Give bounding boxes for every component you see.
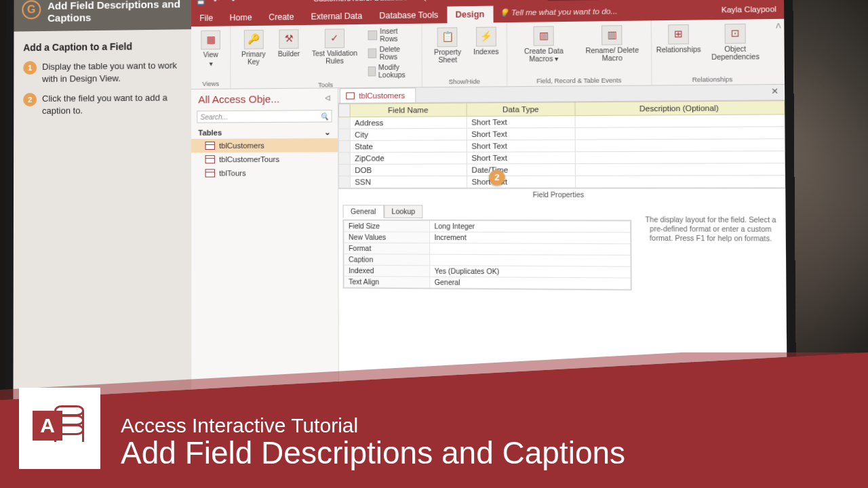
table-icon (205, 155, 215, 163)
ribbon-group-showhide: 📋 Property Sheet ⚡ Indexes Show/Hide (422, 22, 507, 87)
test-validation-button[interactable]: ✓ Test Validation Rules (307, 27, 362, 66)
ribbon: ▦ View ▾ Views 🔑 Primary Key (191, 19, 785, 89)
tutorial-title: Add Field Descriptions and Captions (47, 0, 183, 24)
table-row[interactable]: DOBDate/Time (339, 163, 785, 176)
tutorial-step: 2 Click the field you want to add a capt… (23, 92, 182, 117)
quick-access-toolbar: 💾 ↶ ↷ (195, 0, 237, 6)
props-tab-general[interactable]: General (342, 205, 383, 218)
step-text: Display the table you want to work with … (42, 60, 182, 85)
nav-search-input[interactable]: Search... 🔍 (197, 110, 332, 123)
table-icon (205, 142, 215, 150)
table-icon (205, 169, 215, 177)
step-number-icon: 2 (23, 93, 37, 106)
workspace: All Access Obje... ᐊ Search... 🔍 Tables … (191, 85, 787, 413)
tutorial-step: 1 Display the table you want to work wit… (23, 60, 182, 85)
tab-home[interactable]: Home (221, 9, 260, 26)
table-row[interactable]: ZipCodeShort Text (339, 151, 785, 165)
validation-icon: ✓ (325, 28, 344, 48)
lightbulb-icon: 💡 (499, 8, 509, 17)
property-sheet-icon: 📋 (437, 27, 458, 47)
table-row[interactable]: StateShort Text (339, 139, 785, 152)
nav-pane-header[interactable]: All Access Obje... ᐊ (191, 88, 338, 109)
prop-row: New ValuesIncrement (344, 232, 630, 244)
insert-rows-icon (368, 30, 377, 40)
ribbon-group-relationships: ⊞ Relationships ⊡ Object Dependencies Re… (652, 19, 773, 85)
table-design-grid[interactable]: Field Name Data Type Description (Option… (338, 100, 785, 189)
callout-marker-2: 2 (489, 170, 505, 186)
nav-item-tblcustomers[interactable]: tblCustomers (191, 138, 338, 152)
tutorial-header: G Add Field Descriptions and Captions (14, 0, 191, 32)
undo-icon[interactable]: ↶ (211, 0, 222, 5)
navigation-pane: All Access Obje... ᐊ Search... 🔍 Tables … (191, 88, 339, 405)
chevron-down-icon: ▾ (209, 60, 212, 67)
prop-row: Format (344, 243, 631, 255)
window-title: CustomersTours: Database- \... (Acces... (237, 0, 533, 4)
nav-item-tblcustomertours[interactable]: tblCustomerTours (191, 152, 338, 166)
step-number-icon: 1 (23, 61, 37, 75)
table-icon (346, 92, 355, 99)
redo-icon[interactable]: ↷ (226, 0, 237, 5)
close-tab-icon[interactable]: ✕ (765, 85, 785, 100)
create-data-macros-button[interactable]: ▥ Create Data Macros ▾ (513, 24, 575, 64)
field-properties-pane: General Lookup Field SizeLong Integer Ne… (338, 201, 787, 413)
field-properties-label: Field Properties (338, 188, 785, 201)
tutorial-subtitle: Add a Caption to a Field (23, 41, 181, 54)
rename-macro-icon: ▥ (601, 25, 623, 45)
nav-item-tbltours[interactable]: tblTours (191, 166, 338, 180)
property-help-text: The display layout for the field. Select… (635, 201, 787, 412)
delete-rows-icon (368, 48, 376, 58)
modify-lookups-button[interactable]: Modify Lookups (366, 62, 416, 79)
search-icon: 🔍 (320, 113, 329, 120)
key-icon: 🔑 (243, 30, 263, 49)
col-description[interactable]: Description (Optional) (575, 101, 785, 116)
dependencies-icon: ⊡ (725, 24, 746, 44)
section-collapse-icon: ⌄ (324, 128, 330, 137)
doc-tab-tblcustomers[interactable]: tblCustomers (340, 87, 416, 102)
col-data-type[interactable]: Data Type (467, 102, 575, 117)
save-icon[interactable]: 💾 (195, 0, 206, 6)
builder-icon: ⚒ (279, 29, 298, 49)
insert-rows-button[interactable]: Insert Rows (366, 26, 416, 43)
col-field-name[interactable]: Field Name (350, 103, 467, 117)
relationships-button[interactable]: ⊞ Relationships (658, 23, 700, 56)
object-dependencies-button[interactable]: ⊡ Object Dependencies (704, 22, 768, 62)
context-tab-group: Table Tools (547, 0, 599, 1)
screen: G Add Field Descriptions and Captions Ad… (13, 0, 787, 413)
prop-row: Field SizeLong Integer (344, 220, 630, 232)
tutorial-logo-icon: G (22, 0, 41, 19)
tab-external-data[interactable]: External Data (302, 7, 371, 25)
view-button[interactable]: ▦ View ▾ (197, 29, 224, 69)
lookup-icon (368, 66, 376, 76)
collapse-ribbon-icon[interactable]: ᐱ (776, 22, 781, 30)
ribbon-group-tools: 🔑 Primary Key ⚒ Builder ✓ Test Validatio… (231, 24, 422, 89)
tutorial-sidebar: G Add Field Descriptions and Captions Ad… (13, 0, 191, 403)
indexes-button[interactable]: ⚡ Indexes (471, 25, 500, 57)
access-application: 💾 ↶ ↷ CustomersTours: Database- \... (Ac… (191, 0, 787, 413)
tell-me-search[interactable]: 💡 Tell me what you want to do... (493, 3, 714, 22)
tab-create[interactable]: Create (260, 9, 302, 26)
props-tab-lookup[interactable]: Lookup (384, 205, 423, 218)
table-row[interactable]: SSNShort Text (339, 176, 785, 188)
property-sheet-button[interactable]: 📋 Property Sheet (428, 26, 467, 65)
ribbon-group-events: ▥ Create Data Macros ▾ ▥ Rename/ Delete … (507, 20, 652, 86)
user-name[interactable]: Kayla Claypool (714, 1, 785, 20)
relationships-icon: ⊞ (668, 24, 689, 45)
ribbon-group-views: ▦ View ▾ Views (191, 26, 231, 89)
view-icon: ▦ (201, 30, 220, 50)
indexes-icon: ⚡ (476, 27, 496, 47)
tab-database-tools[interactable]: Database Tools (371, 7, 447, 24)
rename-delete-macro-button[interactable]: ▥ Rename/ Delete Macro (579, 24, 645, 64)
document-area: tblCustomers ✕ Field Name Data T (338, 85, 787, 413)
nav-section-tables[interactable]: Tables ⌄ (191, 127, 338, 139)
delete-rows-button[interactable]: Delete Rows (366, 45, 416, 62)
tab-file[interactable]: File (191, 9, 221, 26)
step-text: Click the field you want to add a captio… (42, 92, 182, 117)
nav-collapse-icon[interactable]: ᐊ (325, 94, 330, 103)
properties-table[interactable]: Field SizeLong Integer New ValuesIncreme… (343, 220, 632, 291)
builder-button[interactable]: ⚒ Builder (275, 28, 302, 59)
prop-row: Text AlignGeneral (344, 277, 631, 289)
macros-icon: ▥ (534, 26, 554, 45)
tab-design[interactable]: Design (447, 6, 493, 24)
primary-key-button[interactable]: 🔑 Primary Key (237, 28, 271, 67)
